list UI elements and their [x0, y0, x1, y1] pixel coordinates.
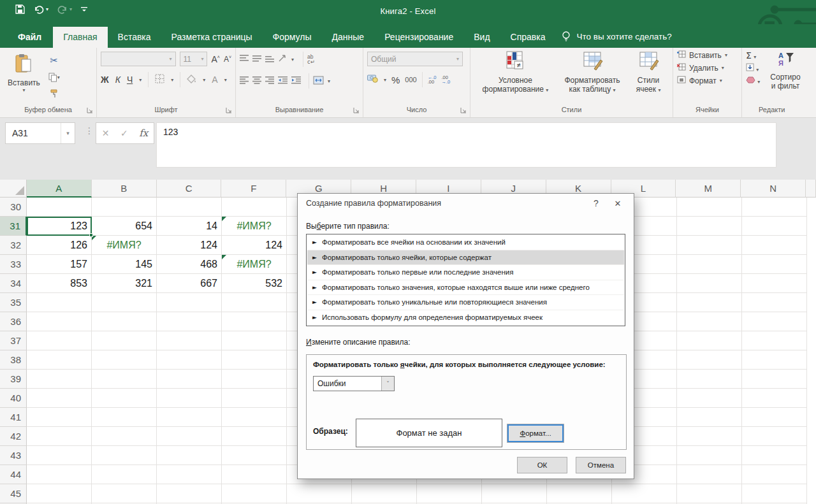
cut-icon[interactable]: ✂ [47, 53, 62, 68]
cell-F31[interactable]: #ИМЯ? [222, 217, 287, 236]
increase-indent-icon[interactable] [291, 76, 301, 86]
rule-type-item-5[interactable]: ►Использовать формулу для определения фо… [307, 310, 624, 326]
cell-J45[interactable] [482, 484, 547, 503]
number-format-combo[interactable]: Общий▾ [367, 52, 463, 66]
cell-B34[interactable]: 321 [92, 274, 157, 293]
tab-insert[interactable]: Вставка [108, 27, 161, 48]
select-all-corner[interactable] [0, 180, 27, 198]
cell-N42[interactable] [742, 427, 807, 446]
cell-C38[interactable] [157, 350, 222, 370]
cell-C43[interactable] [157, 446, 222, 465]
cell-N40[interactable] [742, 389, 807, 408]
cell-C41[interactable] [157, 408, 222, 427]
cell-C39[interactable] [157, 370, 222, 389]
cell-C31[interactable]: 14 [157, 217, 222, 236]
decrease-indent-icon[interactable] [278, 76, 288, 86]
dialog-title-bar[interactable]: Создание правила форматирования ? ✕ [298, 194, 634, 213]
rule-type-item-0[interactable]: ►Форматировать все ячейки на основании и… [307, 235, 624, 250]
cell-F36[interactable] [222, 312, 287, 331]
row-header-36[interactable]: 36 [0, 312, 27, 331]
cell-B39[interactable] [92, 370, 157, 389]
align-middle-icon[interactable] [252, 55, 261, 64]
tab-page-layout[interactable]: Разметка страницы [161, 27, 263, 48]
cell-N44[interactable] [742, 465, 807, 484]
cell-A35[interactable] [27, 293, 92, 312]
cell-M42[interactable] [677, 427, 742, 446]
cell-N37[interactable] [742, 331, 807, 350]
cell-A38[interactable] [27, 350, 92, 370]
cell-B33[interactable]: 145 [92, 255, 157, 274]
cell-C40[interactable] [157, 389, 222, 408]
cell-F43[interactable] [222, 446, 287, 465]
increase-decimal-icon[interactable]: ←.0.00 [428, 75, 437, 84]
cell-F41[interactable] [222, 408, 287, 427]
name-box[interactable]: A31 ▾ [5, 122, 75, 144]
ok-button[interactable]: ОК [517, 457, 567, 473]
cell-N32[interactable] [742, 236, 807, 255]
align-top-icon[interactable] [240, 55, 249, 64]
tab-review[interactable]: Рецензирование [374, 27, 463, 48]
cell-N45[interactable] [742, 484, 807, 503]
cell-F42[interactable] [222, 427, 287, 446]
cell-F33[interactable]: #ИМЯ? [222, 255, 287, 274]
format-button[interactable]: Формат... [507, 424, 564, 442]
row-header-42[interactable]: 42 [0, 427, 27, 446]
cell-F32[interactable]: 124 [222, 236, 287, 255]
cell-C34[interactable]: 667 [157, 274, 222, 293]
bold-button[interactable]: Ж [101, 75, 109, 85]
align-center-icon[interactable] [252, 76, 261, 86]
paste-dropdown[interactable]: ▾ [22, 87, 25, 93]
cell-F35[interactable] [222, 293, 287, 312]
cell-A44[interactable] [27, 465, 92, 484]
cell-A40[interactable] [27, 389, 92, 408]
cell-N41[interactable] [742, 408, 807, 427]
row-header-30[interactable]: 30 [0, 198, 27, 217]
cancel-entry-icon[interactable]: ✕ [102, 128, 110, 138]
cell-A33[interactable]: 157 [27, 255, 92, 274]
borders-icon[interactable] [155, 74, 164, 85]
enter-entry-icon[interactable]: ✓ [120, 128, 128, 138]
row-header-43[interactable]: 43 [0, 446, 27, 465]
cell-N35[interactable] [742, 293, 807, 312]
dialog-help-button[interactable]: ? [585, 194, 607, 213]
rule-type-item-4[interactable]: ►Форматировать только уникальные или пов… [307, 295, 624, 310]
cell-B45[interactable] [92, 484, 157, 503]
formula-bar-splitter[interactable]: ⋮ [85, 126, 94, 136]
cell-M38[interactable] [677, 350, 742, 370]
tab-view[interactable]: Вид [463, 27, 500, 48]
tab-home[interactable]: Главная [53, 27, 107, 48]
row-header-39[interactable]: 39 [0, 370, 27, 389]
cell-C44[interactable] [157, 465, 222, 484]
row-header-45[interactable]: 45 [0, 484, 27, 503]
number-dialog-launcher[interactable] [460, 107, 467, 115]
cell-C33[interactable]: 468 [157, 255, 222, 274]
clipboard-dialog-launcher[interactable] [86, 107, 94, 115]
row-header-32[interactable]: 32 [0, 236, 27, 255]
cell-B41[interactable] [92, 408, 157, 427]
cell-A31[interactable]: 123 [27, 217, 92, 236]
cell-K45[interactable] [547, 484, 612, 503]
tab-file[interactable]: Файл [6, 27, 53, 48]
row-header-37[interactable]: 37 [0, 331, 27, 350]
cell-N38[interactable] [742, 350, 807, 370]
delete-cells-button[interactable]: Удалить▾ [677, 63, 738, 73]
cell-A42[interactable] [27, 427, 92, 446]
cell-L45[interactable] [612, 484, 677, 503]
align-right-icon[interactable] [265, 76, 274, 86]
cell-M35[interactable] [677, 293, 742, 312]
column-header-N[interactable]: N [741, 180, 806, 198]
cell-B37[interactable] [92, 331, 157, 350]
formula-bar-input[interactable]: 123 [156, 122, 776, 168]
align-left-icon[interactable] [240, 76, 249, 86]
column-header-B[interactable]: B [92, 180, 157, 198]
cell-N39[interactable] [742, 370, 807, 389]
row-header-40[interactable]: 40 [0, 389, 27, 408]
sort-filter-button[interactable]: АЯ Сортирои фильт [766, 50, 804, 104]
underline-button[interactable]: Ч [127, 75, 133, 85]
cell-A36[interactable] [27, 312, 92, 331]
tab-help[interactable]: Справка [500, 27, 556, 48]
row-header-38[interactable]: 38 [0, 350, 27, 370]
row-header-34[interactable]: 34 [0, 274, 27, 293]
paste-button[interactable]: Вставить ▾ [4, 52, 44, 104]
cell-N30[interactable] [742, 198, 807, 217]
